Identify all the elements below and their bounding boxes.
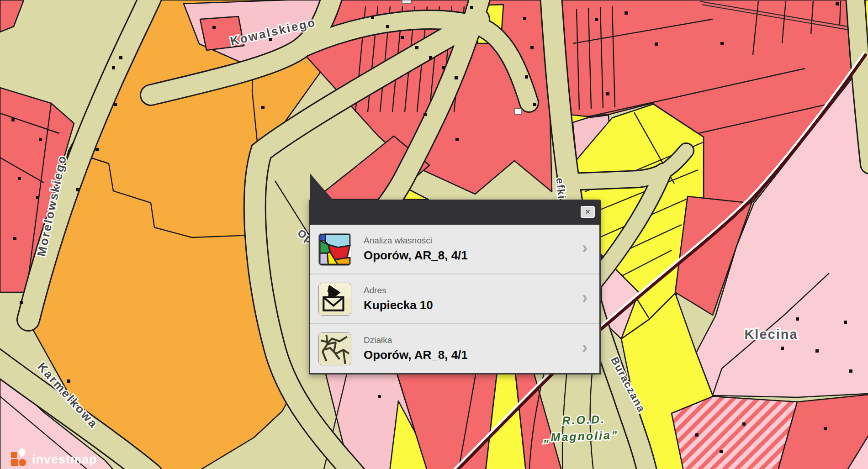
chevron-right-icon: › — [582, 238, 587, 257]
chevron-right-icon: › — [582, 288, 587, 307]
popup-row-label: Analiza własności — [364, 236, 468, 246]
close-button[interactable]: ✕ — [581, 206, 595, 218]
popup-row-parcel[interactable]: Działka Oporów, AR_8, 4/1 › — [310, 323, 599, 373]
parcel-map-icon — [318, 332, 351, 365]
place-label-klecina: Klecina — [744, 327, 798, 342]
popup-row-value: Oporów, AR_8, 4/1 — [364, 248, 468, 263]
building-footprint — [402, 0, 411, 4]
map-info-popup: ✕ Analiza własności Oporów, AR_8, 4/1 — [309, 200, 601, 374]
chevron-right-icon: › — [582, 337, 587, 357]
allotment-label-line1: R.O.D. — [562, 412, 605, 427]
popup-header: ✕ — [309, 200, 601, 225]
map-viewport[interactable]: Kowalskiego Morelowskiego Karmelkowa efk… — [0, 0, 868, 469]
investmap-logo-text: investmap — [32, 453, 97, 466]
ownership-map-icon — [318, 233, 351, 266]
building-footprint — [514, 109, 522, 114]
popup-row-label: Działka — [364, 335, 468, 345]
popup-row-address[interactable]: Adres Kupiecka 10 › — [310, 274, 599, 323]
address-envelope-icon — [318, 283, 351, 316]
popup-row-ownership[interactable]: Analiza własności Oporów, AR_8, 4/1 › — [310, 225, 599, 274]
popup-row-value: Oporów, AR_8, 4/1 — [364, 348, 468, 362]
popup-callout-arrow — [309, 173, 333, 200]
popup-body: Analiza własności Oporów, AR_8, 4/1 › Ad… — [309, 225, 601, 374]
street-label-efki: efki — [554, 177, 568, 200]
popup-row-value: Kupiecka 10 — [364, 298, 433, 312]
allotment-label-line2: „Magnolia” — [543, 428, 619, 444]
popup-row-label: Adres — [364, 285, 433, 295]
